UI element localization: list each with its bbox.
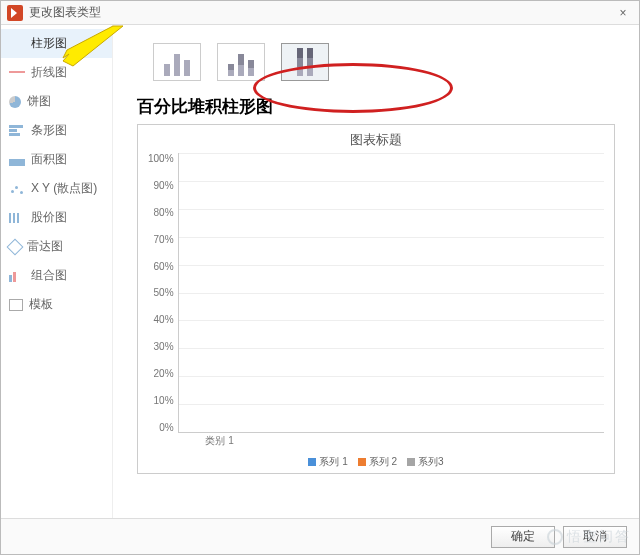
sidebar-item-label: 折线图: [31, 64, 67, 81]
window-title: 更改图表类型: [29, 4, 613, 21]
sidebar-item-label: 组合图: [31, 267, 67, 284]
sidebar-item-scatter[interactable]: X Y (散点图): [1, 174, 112, 203]
sidebar-item-label: 条形图: [31, 122, 67, 139]
column-chart-icon: [9, 38, 25, 50]
sidebar-item-radar[interactable]: 雷达图: [1, 232, 112, 261]
sidebar-item-label: 面积图: [31, 151, 67, 168]
subtype-title: 百分比堆积柱形图: [137, 95, 615, 118]
app-logo-icon: [7, 5, 23, 21]
dialog-window: 更改图表类型 × 柱形图 折线图 饼图 条形图 面积图: [0, 0, 640, 555]
line-chart-icon: [9, 67, 25, 79]
watermark: 悟空问答: [547, 528, 631, 546]
preview-chart-title: 图表标题: [148, 131, 604, 149]
close-icon[interactable]: ×: [613, 6, 633, 20]
sidebar-item-label: X Y (散点图): [31, 180, 97, 197]
legend-swatch-1-icon: [308, 458, 316, 466]
sidebar-item-template[interactable]: 模板: [1, 290, 112, 319]
chart-preview: 图表标题 100%90%80%70%60%50%40%30%20%10%0% 类…: [137, 124, 615, 474]
legend-item-1: 系列 1: [308, 455, 347, 469]
sidebar-item-stock[interactable]: 股价图: [1, 203, 112, 232]
legend-label-2: 系列 2: [369, 455, 397, 469]
area-chart-icon: [9, 154, 25, 166]
legend-swatch-3-icon: [407, 458, 415, 466]
sidebar-item-column[interactable]: 柱形图: [1, 29, 112, 58]
x-category-label: 类别 1: [199, 434, 241, 448]
sidebar-item-line[interactable]: 折线图: [1, 58, 112, 87]
y-axis: 100%90%80%70%60%50%40%30%20%10%0%: [148, 153, 178, 433]
ok-button[interactable]: 确定: [491, 526, 555, 548]
legend: 系列 1 系列 2 系列3: [148, 455, 604, 469]
scatter-chart-icon: [9, 183, 25, 195]
legend-label-3: 系列3: [418, 455, 444, 469]
content-pane: 百分比堆积柱形图 图表标题 100%90%80%70%60%50%40%30%2…: [113, 25, 639, 519]
combo-chart-icon: [9, 270, 25, 282]
titlebar: 更改图表类型 ×: [1, 1, 639, 25]
variant-clustered-column[interactable]: [153, 43, 201, 81]
watermark-icon: [547, 529, 563, 545]
legend-swatch-2-icon: [358, 458, 366, 466]
sidebar-item-pie[interactable]: 饼图: [1, 87, 112, 116]
subtype-variants: [153, 43, 615, 81]
variant-percent-stacked-column[interactable]: [281, 43, 329, 81]
dialog-footer: 确定 取消: [1, 518, 639, 554]
legend-item-2: 系列 2: [358, 455, 397, 469]
bar-chart-icon: [9, 125, 25, 136]
sidebar-item-label: 雷达图: [27, 238, 63, 255]
sidebar-item-label: 饼图: [27, 93, 51, 110]
plot-grid: 类别 1: [178, 153, 604, 433]
watermark-text: 悟空问答: [567, 528, 631, 546]
sidebar-item-label: 股价图: [31, 209, 67, 226]
sidebar-item-area[interactable]: 面积图: [1, 145, 112, 174]
sidebar-item-combo[interactable]: 组合图: [1, 261, 112, 290]
plot-area: 100%90%80%70%60%50%40%30%20%10%0% 类别 1: [148, 153, 604, 433]
sidebar-item-label: 柱形图: [31, 35, 67, 52]
radar-chart-icon: [7, 238, 24, 255]
legend-label-1: 系列 1: [319, 455, 347, 469]
sidebar-item-label: 模板: [29, 296, 53, 313]
stock-chart-icon: [9, 212, 25, 224]
pie-chart-icon: [9, 96, 21, 108]
sidebar-item-bar[interactable]: 条形图: [1, 116, 112, 145]
variant-stacked-column[interactable]: [217, 43, 265, 81]
template-icon: [9, 299, 23, 311]
legend-item-3: 系列3: [407, 455, 444, 469]
chart-type-sidebar: 柱形图 折线图 饼图 条形图 面积图 X Y (散点图): [1, 25, 113, 519]
